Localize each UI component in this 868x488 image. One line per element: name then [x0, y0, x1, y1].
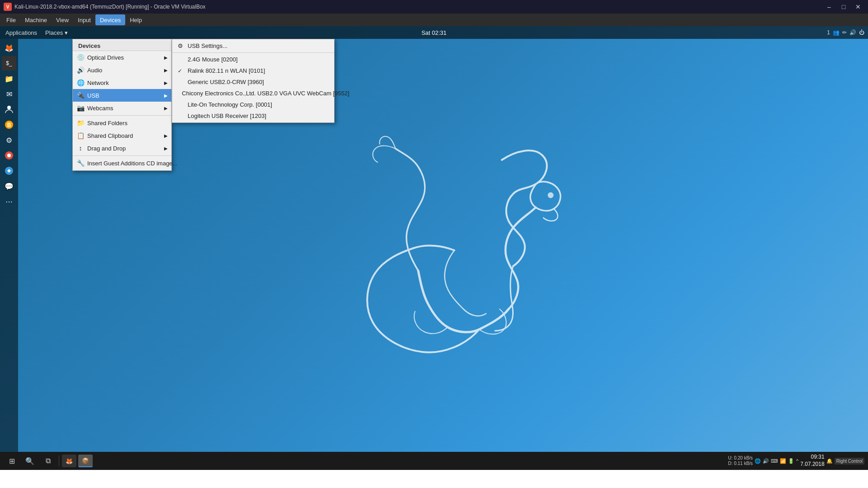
close-button[interactable]: ✕	[852, 2, 864, 11]
menu-file[interactable]: File	[2, 14, 20, 25]
menu-item-network[interactable]: 🌐 Network ▶	[73, 76, 171, 89]
usb-settings-label: USB Settings...	[188, 42, 227, 49]
places-menu[interactable]: Places ▾	[42, 28, 71, 37]
taskbar-app-virtualbox[interactable]: 📦	[78, 455, 93, 467]
menu-devices[interactable]: Devices	[95, 14, 125, 25]
menu-help[interactable]: Help	[125, 14, 146, 25]
menu-separator-2	[73, 155, 171, 156]
devices-menu-header: Devices	[73, 40, 171, 51]
usb-item-generic[interactable]: Generic USB2.0-CRW [3960]	[172, 76, 334, 88]
sidebar-icon-app-red[interactable]	[2, 148, 16, 163]
desktop-icon-power: ⏻	[859, 29, 864, 36]
menu-machine[interactable]: Machine	[20, 14, 52, 25]
usb-generic-check	[178, 79, 185, 85]
svg-point-0	[7, 106, 11, 109]
taskbar-chevron[interactable]: ^	[796, 458, 798, 464]
usb-icon: 🔌	[76, 91, 85, 99]
start-button[interactable]: ⊞	[4, 454, 20, 468]
usb-arrow: ▶	[164, 93, 168, 98]
menu-item-shared-clipboard[interactable]: 📋 Shared Clipboard ▶	[73, 129, 171, 142]
usb-logitech-check	[178, 113, 185, 119]
shared-clipboard-arrow: ▶	[164, 133, 168, 138]
menu-item-webcams[interactable]: 📷 Webcams ▶	[73, 102, 171, 114]
menu-item-shared-folders[interactable]: 📁 Shared Folders	[73, 117, 171, 129]
webcams-label: Webcams	[87, 105, 113, 112]
menu-item-optical-drives[interactable]: 💿 Optical Drives ▶	[73, 51, 171, 64]
sidebar-icon-terminal[interactable]: $_	[2, 56, 16, 70]
menu-item-guest-additions[interactable]: 🔧 Insert Guest Additions CD image...	[73, 157, 171, 169]
maximize-button[interactable]: □	[837, 2, 850, 11]
menu-view[interactable]: View	[52, 14, 73, 25]
desktop: Applications Places ▾ Sat 02:31 1 👥 ✏ 🔊 …	[0, 26, 868, 470]
sidebar-icon-burpsuite[interactable]: B	[2, 117, 16, 132]
taskbar-wifi-icon[interactable]: 📶	[780, 458, 786, 464]
taskbar-network-icon[interactable]: 🌐	[755, 458, 761, 464]
devices-menu: Devices 💿 Optical Drives ▶ 🔊 Audio ▶ 🌐 N…	[72, 39, 172, 171]
titlebar: V Kali-Linux-2018.2-vbox-amd64 (TemmuzDo…	[0, 0, 868, 14]
menu-item-drag-drop[interactable]: ↕ Drag and Drop ▶	[73, 142, 171, 155]
usb-chicony-check	[178, 90, 179, 97]
sidebar-icon-mail[interactable]: ✉	[2, 87, 16, 101]
desktop-icon-people: 👥	[833, 29, 840, 36]
webcams-arrow: ▶	[164, 106, 168, 111]
optical-drives-arrow: ▶	[164, 55, 168, 60]
usb-label: USB	[87, 92, 99, 99]
usb-ralink-label: Ralink 802.11 n WLAN [0101]	[188, 67, 265, 74]
usb-chicony-label: Chicony Electronics Co.,Ltd. USB2.0 VGA …	[182, 90, 349, 97]
sidebar-icon-chat[interactable]: 💬	[2, 179, 16, 193]
webcams-icon: 📷	[76, 104, 85, 112]
taskbar-app-firefox[interactable]: 🦊	[62, 455, 76, 467]
search-button[interactable]: 🔍	[22, 454, 38, 468]
taskbar-clock: 09:31 7.07.2018	[800, 454, 824, 468]
audio-label: Audio	[87, 67, 102, 74]
taskbar-volume-icon[interactable]: 🔊	[763, 458, 769, 464]
menu-separator-1	[73, 115, 171, 116]
menu-input[interactable]: Input	[73, 14, 95, 25]
sidebar-icon-user[interactable]	[2, 102, 16, 117]
sidebar-icon-files[interactable]: 📁	[2, 71, 16, 86]
svg-text:B: B	[7, 122, 11, 128]
network-stats: U: 0.20 kB/s D: 0.11 kB/s	[728, 455, 753, 466]
sidebar-icon-firefox[interactable]: 🦊	[2, 41, 16, 55]
desktop-right-items: 1 👥 ✏ 🔊 ⏻	[827, 29, 868, 36]
usb-item-logitech[interactable]: Logitech USB Receiver [1203]	[172, 110, 334, 122]
usb-settings-item[interactable]: ⚙ USB Settings...	[172, 40, 334, 52]
network-label: Network	[87, 80, 109, 86]
sidebar-icon-app-colorful[interactable]	[2, 164, 16, 178]
sidebar-icon-settings[interactable]: ⚙	[2, 133, 16, 147]
desktop-icon-audio: 🔊	[849, 29, 856, 36]
minimize-button[interactable]: –	[823, 2, 835, 11]
usb-item-ralink[interactable]: ✓ Ralink 802.11 n WLAN [0101]	[172, 65, 334, 76]
usb-generic-label: Generic USB2.0-CRW [3960]	[188, 79, 264, 85]
taskbar-keyboard-icon[interactable]: ⌨	[771, 458, 778, 464]
virtualbox-icon: 📦	[82, 457, 89, 464]
usb-liteon-check	[178, 102, 185, 108]
taskbar-sep-1	[59, 455, 59, 466]
network-arrow: ▶	[164, 80, 168, 85]
sidebar-icon-grid[interactable]: ⋯	[2, 194, 16, 209]
menu-item-audio[interactable]: 🔊 Audio ▶	[73, 64, 171, 76]
desktop-clock: Sat 02:31	[421, 29, 447, 36]
applications-menu[interactable]: Applications	[2, 28, 41, 37]
taskbar: ⊞ 🔍 ⧉ 🦊 📦 U: 0.20 kB/s D: 0.11 kB/s 🌐 🔊 …	[0, 452, 868, 470]
optical-drives-icon: 💿	[76, 53, 85, 61]
usb-separator	[172, 52, 334, 53]
shared-clipboard-icon: 📋	[76, 131, 85, 140]
task-view-button[interactable]: ⧉	[40, 454, 56, 468]
dragon-svg	[298, 124, 570, 372]
desktop-left-menu: Applications Places ▾	[0, 28, 71, 37]
usb-logitech-label: Logitech USB Receiver [1203]	[188, 113, 266, 119]
taskbar-battery-icon[interactable]: 🔋	[788, 458, 794, 464]
guest-additions-label: Insert Guest Additions CD image...	[87, 160, 177, 167]
firefox-icon: 🦊	[66, 458, 73, 465]
window-title: Kali-Linux-2018.2-vbox-amd64 (TemmuzDort…	[14, 4, 823, 10]
usb-item-liteon[interactable]: Lite-On Technology Corp. [0001]	[172, 99, 334, 110]
usb-mouse-check	[178, 56, 185, 63]
left-sidebar: 🦊 $_ 📁 ✉ B ⚙ 💬 ⋯	[0, 39, 18, 470]
menu-item-usb[interactable]: 🔌 USB ▶	[73, 89, 171, 102]
app-icon: V	[4, 3, 12, 11]
notification-icon[interactable]: 🔔	[826, 458, 833, 464]
optical-drives-label: Optical Drives	[87, 54, 124, 61]
usb-item-mouse[interactable]: 2.4G Mouse [0200]	[172, 54, 334, 65]
usb-item-chicony[interactable]: Chicony Electronics Co.,Ltd. USB2.0 VGA …	[172, 88, 334, 99]
